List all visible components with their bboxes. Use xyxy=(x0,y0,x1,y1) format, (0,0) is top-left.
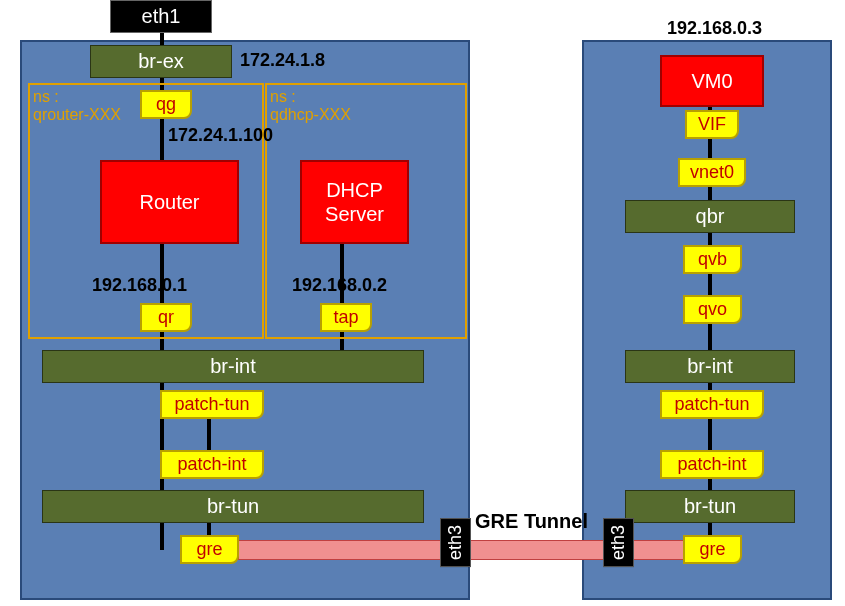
patch-int-right: patch-int xyxy=(660,450,764,479)
br-ex-ip-label: 172.24.1.8 xyxy=(240,50,325,71)
qvo-port: qvo xyxy=(683,295,742,324)
ns-router-l1: ns : xyxy=(33,88,59,105)
eth1-nic: eth1 xyxy=(110,0,212,33)
br-ex-bridge: br-ex xyxy=(90,45,232,78)
qg-ip-label: 172.24.1.100 xyxy=(168,125,273,146)
patch-int-left: patch-int xyxy=(160,450,264,479)
eth3-right: eth3 xyxy=(603,518,634,567)
tap-port: tap xyxy=(320,303,372,332)
ns-dhcp-l2: qdhcp-XXX xyxy=(270,106,351,123)
router-box: Router xyxy=(100,160,239,244)
line-patch-left xyxy=(207,415,211,450)
vif-port: VIF xyxy=(685,110,739,139)
gre-tunnel-label: GRE Tunnel xyxy=(475,510,588,533)
vm0-box: VM0 xyxy=(660,55,764,107)
br-tun-right: br-tun xyxy=(625,490,795,523)
ns-router-l2: qrouter-XXX xyxy=(33,106,121,123)
patch-tun-right: patch-tun xyxy=(660,390,764,419)
qr-ip-label: 192.168.0.1 xyxy=(92,275,187,296)
ns-qdhcp-label: ns : qdhcp-XXX xyxy=(270,88,351,123)
tap-ip-label: 192.168.0.2 xyxy=(292,275,387,296)
ns-dhcp-l1: ns : xyxy=(270,88,296,105)
qbr-bridge: qbr xyxy=(625,200,795,233)
ns-qrouter-label: ns : qrouter-XXX xyxy=(33,88,121,123)
qg-port: qg xyxy=(140,90,192,119)
br-tun-left: br-tun xyxy=(42,490,424,523)
br-int-left: br-int xyxy=(42,350,424,383)
eth3-left: eth3 xyxy=(440,518,471,567)
vm-ip-label: 192.168.0.3 xyxy=(667,18,762,39)
vnet0-port: vnet0 xyxy=(678,158,746,187)
gre-left: gre xyxy=(180,535,239,564)
gre-right: gre xyxy=(683,535,742,564)
patch-tun-left: patch-tun xyxy=(160,390,264,419)
qr-port: qr xyxy=(140,303,192,332)
qvb-port: qvb xyxy=(683,245,742,274)
dhcp-box: DHCP Server xyxy=(300,160,409,244)
br-int-right: br-int xyxy=(625,350,795,383)
